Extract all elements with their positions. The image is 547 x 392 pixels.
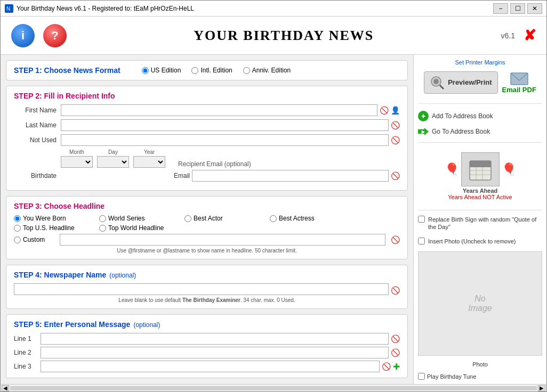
- firstname-row: First Name 🚫 👤: [14, 104, 400, 116]
- notused-clear-icon[interactable]: 🚫: [391, 136, 400, 144]
- right-panel: Set Printer Margins Preview/Print: [413, 55, 546, 384]
- replace-birth-sign-label: Replace Birth Sign with random "Quote of…: [428, 216, 542, 231]
- step1-row: STEP 1: Choose News Format US Edition In…: [14, 66, 400, 75]
- born-radio[interactable]: [14, 215, 21, 222]
- main-content: STEP 1: Choose News Format US Edition In…: [1, 55, 546, 384]
- notused-input[interactable]: [61, 134, 389, 146]
- month-select[interactable]: [61, 156, 93, 168]
- best-actor-label[interactable]: Best Actor: [184, 215, 270, 222]
- top-world-label[interactable]: Top World Headline: [99, 224, 184, 232]
- intl-edition-text: Intl. Edition: [200, 67, 232, 74]
- year-select[interactable]: [133, 156, 165, 168]
- custom-label[interactable]: Custom: [14, 236, 57, 243]
- toolbar: i ? YOUR BIRTHDAY NEWS v6.1 ✘: [1, 17, 546, 55]
- line2-clear-icon[interactable]: 🚫: [391, 348, 400, 357]
- year-label: Year: [144, 149, 155, 155]
- maximize-button[interactable]: ☐: [510, 3, 525, 14]
- firstname-clear-icon[interactable]: 🚫: [380, 106, 389, 115]
- line3-clear-icon[interactable]: 🚫: [382, 362, 391, 371]
- years-ahead-label: Years Ahead: [463, 187, 498, 194]
- line1-input[interactable]: [41, 333, 389, 345]
- newspaper-clear-icon[interactable]: 🚫: [391, 286, 400, 295]
- scroll-left-button[interactable]: ◀: [2, 385, 9, 391]
- month-label: Month: [69, 149, 84, 155]
- us-edition-text: US Edition: [151, 67, 181, 74]
- custom-radio[interactable]: [14, 236, 21, 243]
- preview-print-button[interactable]: Preview/Print: [424, 71, 497, 94]
- email-clear-icon[interactable]: 🚫: [391, 172, 400, 180]
- custom-clear-icon[interactable]: 🚫: [391, 235, 400, 244]
- step2-box: STEP 2: Fill in Recipient Info First Nam…: [6, 86, 408, 191]
- lastname-clear-icon[interactable]: 🚫: [391, 121, 400, 129]
- email-input[interactable]: [192, 170, 389, 182]
- anniv-edition-radio[interactable]: [243, 67, 250, 74]
- notused-label: Not Used: [14, 136, 57, 144]
- preview-print-label: Preview/Print: [448, 78, 492, 86]
- insert-photo-checkbox[interactable]: [418, 238, 425, 244]
- us-edition-label[interactable]: US Edition: [142, 67, 181, 74]
- replace-birth-sign-checkbox[interactable]: [418, 216, 425, 223]
- scroll-track[interactable]: [10, 386, 537, 390]
- intl-edition-radio[interactable]: [191, 67, 198, 74]
- close-x-button[interactable]: ✘: [524, 27, 536, 44]
- us-edition-radio[interactable]: [142, 67, 149, 74]
- minimize-button[interactable]: −: [493, 3, 508, 14]
- custom-input[interactable]: [60, 234, 385, 246]
- born-label[interactable]: You Were Born: [14, 215, 99, 222]
- divider3: [418, 210, 542, 210]
- newspaper-hint-prefix: Leave blank to use default: [118, 297, 182, 303]
- top-world-radio[interactable]: [99, 225, 106, 232]
- anniv-edition-label[interactable]: Anniv. Edition: [243, 67, 291, 74]
- top-us-label[interactable]: Top U.S. Headline: [14, 224, 99, 232]
- close-button[interactable]: ✕: [527, 3, 542, 14]
- lastname-input[interactable]: [61, 119, 389, 131]
- help-icon[interactable]: ?: [43, 24, 67, 47]
- world-series-radio[interactable]: [99, 215, 106, 222]
- birthdate-row-label: Birthdate: [14, 172, 57, 179]
- app-title: YOUR BIRTHDAY NEWS: [75, 28, 493, 44]
- info-icon[interactable]: i: [11, 24, 35, 47]
- email-pdf-button[interactable]: Email PDF: [502, 71, 536, 94]
- line1-clear-icon[interactable]: 🚫: [391, 334, 400, 343]
- line3-add-icon[interactable]: ✚: [393, 362, 400, 372]
- top-us-radio[interactable]: [14, 225, 21, 232]
- app-version: v6.1: [501, 31, 515, 40]
- add-address-label: Add To Address Book: [432, 112, 493, 120]
- intl-edition-label[interactable]: Intl. Edition: [191, 67, 232, 74]
- top-us-text: Top U.S. Headline: [23, 224, 75, 232]
- years-not-active-text: Years Ahead NOT Active: [448, 194, 512, 200]
- newspaper-input[interactable]: [14, 283, 389, 295]
- play-birthday-checkbox[interactable]: [418, 373, 425, 380]
- line3-label: Line 3: [14, 363, 41, 370]
- years-ahead-calendar[interactable]: [461, 152, 500, 186]
- firstname-extra-icon[interactable]: 👤: [391, 106, 400, 115]
- window-controls: − ☐ ✕: [493, 3, 542, 14]
- preview-btn-inner: Preview/Print: [424, 71, 497, 94]
- go-address-button[interactable]: ► Go To Address Book: [418, 126, 542, 137]
- line3-input[interactable]: [41, 361, 380, 372]
- line1-row: Line 1 🚫: [14, 333, 400, 345]
- world-series-label[interactable]: World Series: [99, 215, 184, 222]
- svg-line-4: [440, 85, 444, 89]
- best-actor-radio[interactable]: [184, 215, 191, 222]
- set-printer-margins[interactable]: Set Printer Margins: [418, 59, 542, 66]
- balloon-left-icon: 🎈: [445, 162, 459, 176]
- day-select[interactable]: [97, 156, 129, 168]
- email-icon: [510, 71, 529, 86]
- line2-input[interactable]: [41, 347, 389, 358]
- step3-title: STEP 3: Choose Headline: [14, 202, 400, 210]
- preview-email-row: Preview/Print Email PDF: [418, 71, 542, 94]
- play-birthday-tune-row[interactable]: Play Birthday Tune: [418, 373, 542, 380]
- best-actress-label[interactable]: Best Actress: [270, 215, 355, 222]
- preview-icon: [430, 75, 445, 90]
- step5-title: STEP 5: Enter Personal Message: [14, 320, 130, 329]
- best-actress-text: Best Actress: [279, 215, 315, 222]
- birthdate-email-row: Month Day Year Recipient Email (optional…: [14, 149, 400, 168]
- headline-row1: You Were Born World Series Best Actor Be…: [14, 215, 400, 222]
- scroll-right-button[interactable]: ▶: [538, 385, 545, 391]
- best-actress-radio[interactable]: [270, 215, 277, 222]
- firstname-input[interactable]: [61, 104, 377, 116]
- bottom-scrollbar: ◀ ▶: [1, 384, 546, 391]
- email-label: Email: [174, 172, 190, 179]
- add-address-button[interactable]: + Add To Address Book: [418, 109, 542, 123]
